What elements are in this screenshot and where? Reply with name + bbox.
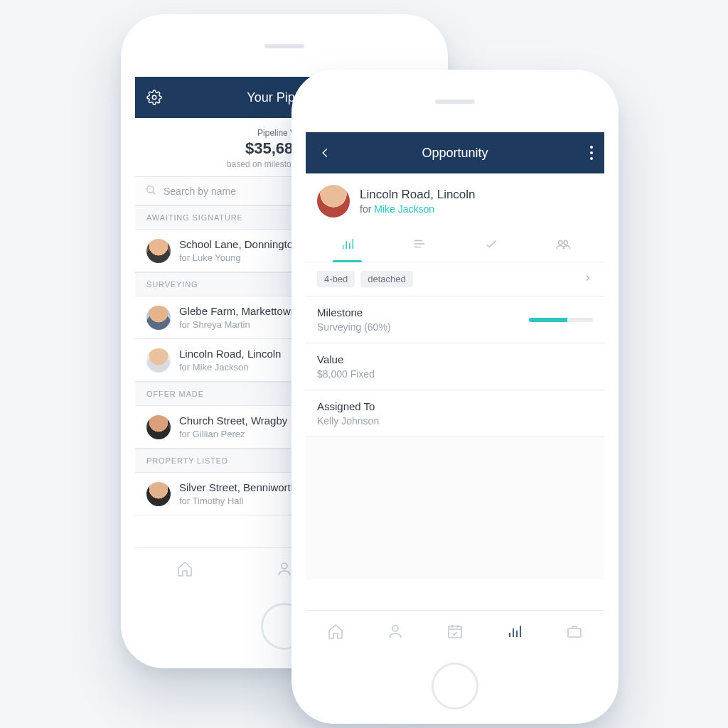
milestone-field[interactable]: Milestone Surveying (60%) (306, 296, 604, 343)
value-label: Value (317, 353, 593, 365)
opportunity-header: Lincoln Road, Lincoln for Mike Jackson (306, 173, 604, 229)
list-item-title: Glebe Farm, Markettown (179, 305, 296, 318)
tab-home[interactable] (326, 622, 345, 641)
tab-contacts[interactable] (386, 622, 405, 641)
home-button[interactable] (432, 663, 478, 710)
tab-people[interactable] (527, 229, 599, 262)
opportunity-screen: Opportunity Lincoln Road, Lincoln for Mi… (306, 132, 604, 610)
list-item-sub: for Mike Jackson (179, 362, 281, 373)
bars-icon (340, 236, 355, 255)
assigned-value: Kelly Johnson (317, 415, 593, 427)
search-placeholder: Search by name (164, 186, 236, 197)
avatar (146, 306, 171, 330)
list-item-title: Silver Street, Benniworth (179, 481, 296, 494)
tab-pipeline[interactable] (505, 622, 524, 641)
svg-point-1 (147, 186, 154, 193)
back-button[interactable] (306, 132, 344, 173)
chip: 4-bed (317, 271, 355, 287)
avatar (146, 415, 171, 439)
tab-overview[interactable] (311, 229, 383, 262)
milestone-value: Surveying (60%) (317, 321, 391, 333)
check-icon (483, 236, 499, 255)
tab-home[interactable] (176, 560, 194, 578)
avatar (317, 185, 350, 218)
tags-row[interactable]: 4-bed detached (306, 262, 604, 296)
more-button[interactable] (579, 132, 604, 173)
svg-point-4 (558, 240, 562, 245)
search-icon (145, 184, 156, 198)
chevron-right-icon (583, 273, 593, 286)
tab-calendar[interactable] (446, 622, 464, 641)
lines-icon (412, 236, 427, 255)
assigned-label: Assigned To (317, 400, 593, 412)
list-item-title: Lincoln Road, Lincoln (179, 348, 281, 360)
svg-point-5 (563, 240, 567, 245)
milestone-label: Milestone (317, 306, 391, 318)
list-item-title: Church Street, Wragby (179, 414, 287, 427)
opportunity-navbar: Opportunity (306, 132, 604, 173)
contact-link[interactable]: Mike Jackson (374, 203, 434, 215)
opportunity-title: Opportunity (422, 146, 488, 161)
tab-briefcase[interactable] (565, 622, 584, 641)
more-vertical-icon (590, 146, 593, 160)
opportunity-name: Lincoln Road, Lincoln (360, 188, 476, 202)
opportunity-for: for Mike Jackson (360, 203, 476, 215)
list-item-sub: for Luke Young (179, 252, 299, 263)
avatar (146, 239, 171, 263)
svg-rect-7 (449, 626, 461, 638)
svg-rect-8 (568, 628, 581, 637)
value-field[interactable]: Value $8,000 Fixed (306, 343, 604, 390)
chevron-left-icon (317, 145, 333, 161)
chip: detached (360, 271, 413, 287)
list-item-sub: for Gillian Perez (179, 429, 287, 439)
empty-area (306, 437, 604, 579)
tab-bar (306, 610, 604, 651)
list-item-title: School Lane, Donnington (179, 238, 299, 251)
speaker (435, 100, 475, 104)
list-item-sub: for Timothy Hall (179, 496, 296, 506)
speaker (264, 44, 304, 48)
phone-opportunity: Opportunity Lincoln Road, Lincoln for Mi… (291, 70, 619, 724)
tab-tasks[interactable] (455, 229, 527, 262)
milestone-progress (529, 318, 593, 322)
svg-point-0 (152, 95, 156, 100)
value-value: $8,000 Fixed (317, 368, 593, 380)
avatar (146, 348, 171, 373)
settings-button[interactable] (135, 77, 173, 118)
tab-notes[interactable] (383, 229, 455, 262)
svg-point-2 (282, 563, 287, 569)
svg-point-6 (392, 626, 398, 631)
gear-icon (146, 90, 162, 105)
list-item-sub: for Shreya Martin (179, 319, 296, 330)
opportunity-tabs (306, 229, 604, 262)
avatar (146, 482, 171, 506)
assigned-field[interactable]: Assigned To Kelly Johnson (306, 390, 604, 437)
people-icon (555, 236, 571, 255)
